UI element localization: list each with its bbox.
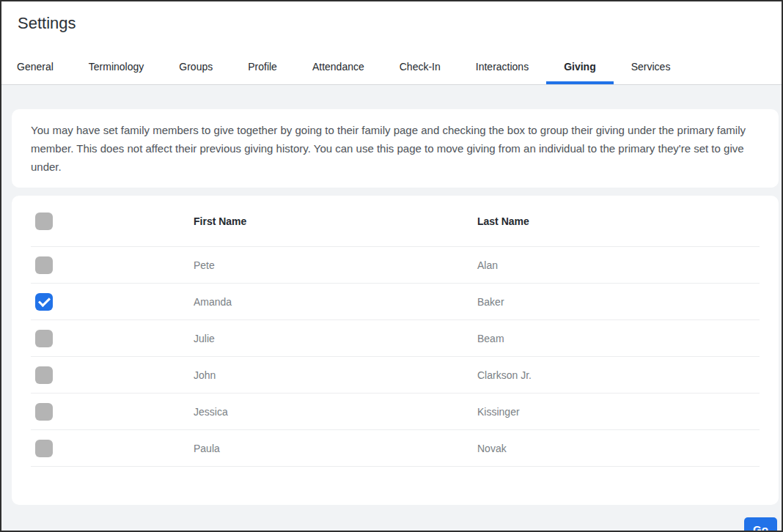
table-row: John Clarkson Jr. xyxy=(31,357,760,394)
row-checkbox[interactable] xyxy=(35,440,53,457)
last-name-cell: Beam xyxy=(477,333,760,344)
row-checkbox[interactable] xyxy=(35,403,53,421)
first-name-cell: Pete xyxy=(194,259,477,271)
tab-services[interactable]: Services xyxy=(631,61,671,84)
giving-settings-content: You may have set family members to give … xyxy=(1,85,782,532)
tab-check-in[interactable]: Check-In xyxy=(400,61,441,84)
first-name-cell: John xyxy=(194,369,477,381)
column-header-last-name: Last Name xyxy=(477,215,760,227)
action-bar: Go xyxy=(12,505,779,532)
table-row: Pete Alan xyxy=(31,247,760,284)
first-name-cell: Jessica xyxy=(194,406,477,418)
tab-terminology[interactable]: Terminology xyxy=(89,61,144,84)
row-checkbox[interactable] xyxy=(35,330,53,347)
table-row: Julie Beam xyxy=(31,320,760,357)
tab-groups[interactable]: Groups xyxy=(179,61,213,84)
page-title: Settings xyxy=(18,13,782,34)
tab-attendance[interactable]: Attendance xyxy=(312,61,364,84)
tab-profile[interactable]: Profile xyxy=(248,61,277,84)
table-header-row: First Name Last Name xyxy=(31,196,760,247)
first-name-cell: Amanda xyxy=(194,296,477,308)
settings-window: Settings General Terminology Groups Prof… xyxy=(0,0,783,532)
header-checkbox-cell xyxy=(31,213,194,230)
go-button[interactable]: Go xyxy=(744,517,777,532)
select-all-checkbox[interactable] xyxy=(35,213,53,230)
last-name-cell: Novak xyxy=(477,443,760,454)
row-checkbox[interactable] xyxy=(35,256,53,274)
column-header-first-name: First Name xyxy=(194,215,477,227)
tab-interactions[interactable]: Interactions xyxy=(476,61,529,84)
first-name-cell: Julie xyxy=(194,333,477,344)
first-name-cell: Paula xyxy=(194,443,477,454)
row-checkbox[interactable] xyxy=(35,293,53,311)
tab-giving[interactable]: Giving xyxy=(564,61,596,84)
giving-notice: You may have set family members to give … xyxy=(12,109,779,188)
giving-table: First Name Last Name Pete Alan Amanda Ba… xyxy=(12,196,779,505)
page-header: Settings General Terminology Groups Prof… xyxy=(1,1,782,85)
row-checkbox[interactable] xyxy=(35,366,53,384)
last-name-cell: Baker xyxy=(477,296,760,308)
giving-notice-text: You may have set family members to give … xyxy=(31,124,746,173)
tab-general[interactable]: General xyxy=(17,61,54,84)
last-name-cell: Kissinger xyxy=(477,406,760,418)
last-name-cell: Alan xyxy=(477,259,760,271)
table-row: Amanda Baker xyxy=(31,284,760,320)
table-row: Paula Novak xyxy=(31,430,760,467)
tab-bar: General Terminology Groups Profile Atten… xyxy=(1,61,782,84)
last-name-cell: Clarkson Jr. xyxy=(477,369,760,381)
table-row: Jessica Kissinger xyxy=(31,394,760,430)
